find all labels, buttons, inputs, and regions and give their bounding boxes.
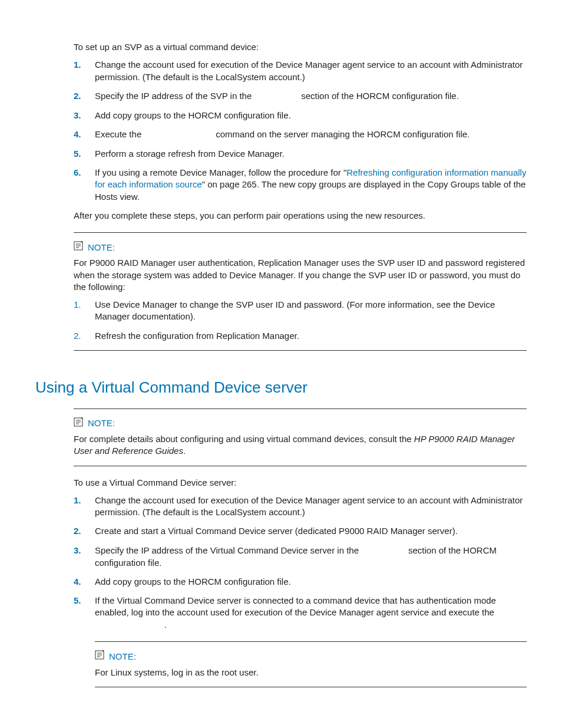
list-item: 5. If the Virtual Command Device server … (74, 595, 527, 631)
divider (95, 641, 527, 642)
item-number: 5. (74, 595, 81, 607)
item-text: Perform a storage refresh from Device Ma… (95, 149, 285, 159)
item-number: 4. (74, 576, 81, 588)
code-span: raidcom -login (95, 621, 164, 630)
item-text: Create and start a Virtual Command Devic… (95, 526, 458, 536)
list-item: 1. Change the account used for execution… (74, 59, 527, 83)
after-paragraph: After you complete these steps, you can … (74, 210, 527, 222)
note-header: NOTE: (74, 241, 527, 253)
list-item: 4. Add copy groups to the HORCM configur… (74, 576, 527, 588)
note-header: NOTE: (74, 417, 527, 430)
note-block-2: NOTE: For complete details about configu… (74, 409, 527, 466)
note-header: NOTE: (95, 650, 527, 663)
list-item: 5. Perform a storage refresh from Device… (74, 148, 527, 160)
note-body: For Linux systems, log in as the root us… (95, 667, 527, 678)
divider (95, 687, 527, 687)
item-text-a: Specify the IP address of the Virtual Co… (95, 545, 361, 555)
note-icon (95, 650, 105, 663)
divider (74, 232, 527, 233)
code-span: HORCM_CMD (254, 92, 299, 101)
divider (74, 409, 527, 409)
note-label: NOTE: (88, 417, 115, 429)
intro-paragraph: To set up an SVP as a virtual command de… (74, 41, 527, 53)
item-text-a: If the Virtual Command Device server is … (95, 595, 496, 617)
list-item: 3. Add copy groups to the HORCM configur… (74, 110, 527, 121)
item-text: Add copy groups to the HORCM configurati… (95, 110, 291, 120)
item-text: Change the account used for execution of… (95, 495, 523, 517)
item-text-a: Execute the (95, 129, 144, 139)
item-text-b: command on the server managing the HORCM… (213, 129, 470, 139)
procedure-list-2: 1. Change the account used for execution… (74, 495, 527, 631)
item-number: 3. (74, 545, 81, 556)
note-text-b: . (183, 446, 186, 456)
note-block-3: NOTE: For Linux systems, log in as the r… (95, 641, 527, 687)
item-number: 5. (74, 148, 81, 160)
item-text: Refresh the configuration from Replicati… (95, 331, 299, 341)
item-number: 1. (74, 495, 81, 506)
item-text: Change the account used for execution of… (95, 60, 523, 81)
code-span: raidcom -login (144, 130, 213, 140)
item-text: Use Device Manager to change the SVP use… (95, 299, 495, 321)
item-text-a: If you using a remote Device Manager, fo… (95, 167, 346, 177)
procedure-list-1: 1. Change the account used for execution… (74, 59, 527, 203)
item-number: 6. (74, 167, 81, 179)
item-text-b: . (164, 620, 167, 630)
item-number: 2. (74, 90, 81, 102)
item-number: 4. (74, 129, 81, 140)
section-heading: Using a Virtual Command Device server (35, 377, 527, 398)
note-label: NOTE: (88, 242, 115, 253)
divider (74, 350, 527, 351)
intro-paragraph-2: To use a Virtual Command Device server: (74, 477, 527, 489)
note-text-a: For complete details about configuring a… (74, 434, 414, 444)
item-number: 1. (74, 59, 81, 71)
item-number: 1. (74, 299, 81, 311)
note-label: NOTE: (109, 651, 136, 663)
item-number: 2. (74, 330, 81, 342)
note-block-1: NOTE: For P9000 RAID Manager user authen… (74, 232, 527, 351)
code-span: HORCM_CMD (361, 546, 406, 556)
note-list: 1. Use Device Manager to change the SVP … (74, 299, 527, 342)
list-item: 2. Create and start a Virtual Command De… (74, 525, 527, 537)
list-item: 2. Specify the IP address of the SVP in … (74, 90, 527, 103)
item-text-b: section of the HORCM configuration file. (299, 91, 459, 101)
list-item: 1. Use Device Manager to change the SVP … (74, 299, 527, 323)
item-text-a: Specify the IP address of the SVP in the (95, 91, 254, 101)
note-icon (74, 417, 84, 430)
list-item: 6. If you using a remote Device Manager,… (74, 167, 527, 203)
list-item: 4. Execute the raidcom -login command on… (74, 129, 527, 141)
divider (74, 466, 527, 466)
list-item: 1. Change the account used for execution… (74, 495, 527, 519)
item-number: 2. (74, 525, 81, 537)
item-text: Add copy groups to the HORCM configurati… (95, 577, 291, 587)
page-content: To set up an SVP as a virtual command de… (74, 41, 527, 728)
list-item: 2. Refresh the configuration from Replic… (74, 330, 527, 342)
item-number: 3. (74, 110, 81, 121)
note-body: For P9000 RAID Manager user authenticati… (74, 257, 527, 293)
note-icon (74, 241, 84, 253)
list-item: 3. Specify the IP address of the Virtual… (74, 545, 527, 569)
note-body: For complete details about configuring a… (74, 433, 527, 457)
